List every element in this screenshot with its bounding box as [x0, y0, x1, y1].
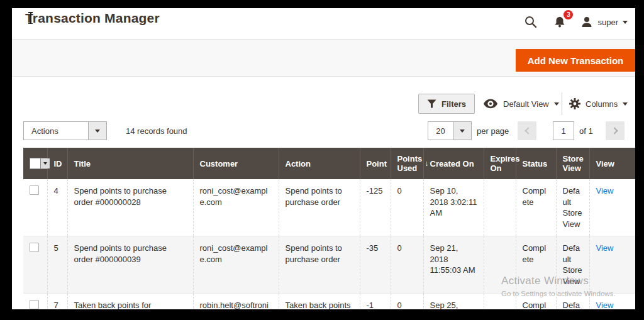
- table-row: 4 Spend points to purchase order #000000…: [23, 179, 635, 236]
- select-all-checkbox[interactable]: [30, 158, 50, 169]
- cell-created-on: Sep 21, 2018 11:55:03 AM: [423, 236, 484, 294]
- cell-view: View: [589, 236, 635, 294]
- cell-checkbox: [23, 294, 47, 309]
- records-found-text: 14 records found: [126, 121, 187, 140]
- chevron-down-icon: [88, 122, 106, 140]
- toolbar-divider: [562, 92, 562, 115]
- col-header-points-used[interactable]: Points Used↓: [391, 148, 423, 179]
- chevron-right-icon: [611, 127, 618, 134]
- username: super: [597, 18, 618, 27]
- cell-expires-on: [484, 294, 516, 309]
- page-number-input[interactable]: [553, 121, 574, 140]
- cell-action: Spend points to purchase order: [279, 236, 360, 294]
- col-header-title[interactable]: Title: [67, 148, 193, 179]
- cell-title: Spend points to purchase order #00000002…: [67, 179, 193, 236]
- cell-point: -35: [360, 236, 391, 294]
- row-checkbox[interactable]: [30, 300, 39, 309]
- view-link[interactable]: View: [596, 301, 614, 309]
- cell-expires-on: [484, 179, 516, 236]
- transactions-table: ID Title Customer Action Point Points Us…: [23, 148, 635, 309]
- cell-id: 7: [47, 294, 67, 309]
- cell-status: Complete: [516, 294, 556, 309]
- actions-select[interactable]: Actions: [23, 121, 107, 140]
- cell-customer: roni_cost@example.com: [193, 236, 279, 294]
- col-header-action[interactable]: Action: [279, 148, 360, 179]
- col-header-status[interactable]: Status: [516, 148, 556, 179]
- next-page-button[interactable]: [606, 121, 625, 140]
- cell-id: 5: [47, 236, 67, 294]
- cell-view: View: [589, 179, 635, 236]
- col-header-id[interactable]: ID: [47, 148, 67, 179]
- col-header-store-view[interactable]: Store View: [556, 148, 589, 179]
- screen: Transaction Manager 3 super Add New Tran…: [0, 0, 644, 320]
- admin-page: Transaction Manager 3 super Add New Tran…: [12, 8, 635, 309]
- default-view-button[interactable]: Default View: [483, 94, 559, 114]
- view-link[interactable]: View: [596, 186, 614, 196]
- cell-checkbox: [23, 179, 47, 236]
- text-cursor: [28, 12, 33, 24]
- cell-store-view: Default Store View: [556, 236, 589, 294]
- previous-page-button[interactable]: [518, 121, 536, 140]
- table-row: 5 Spend points to purchase order #000000…: [23, 236, 635, 294]
- add-new-transaction-button[interactable]: Add New Transaction: [516, 49, 635, 72]
- cell-customer: robin.helt@softronic.se: [193, 294, 279, 309]
- table-row: 7 Taken back points for refunding order …: [23, 294, 635, 309]
- chevron-down-icon: [554, 102, 559, 106]
- chevron-down-icon: [623, 21, 628, 24]
- col-header-expires-on[interactable]: Expires On: [484, 148, 516, 179]
- cell-expires-on: [484, 236, 516, 294]
- col-header-point[interactable]: Point: [360, 148, 391, 179]
- sort-desc-icon: ↓: [425, 159, 428, 168]
- table-header-row: ID Title Customer Action Point Points Us…: [23, 148, 635, 179]
- transactions-grid: ID Title Customer Action Point Points Us…: [23, 148, 635, 309]
- per-page-select[interactable]: 20: [428, 121, 472, 140]
- cell-points-used: 0: [391, 179, 423, 236]
- notifications-bell-icon[interactable]: 3: [545, 12, 574, 32]
- row-checkbox[interactable]: [30, 243, 39, 252]
- cell-points-used: 0: [391, 236, 423, 294]
- eye-icon: [483, 99, 498, 109]
- cell-view: View: [589, 294, 635, 309]
- cell-title: Taken back points for refunding order #P…: [67, 294, 193, 309]
- cell-action: Spend points to purchase order: [279, 179, 360, 236]
- filter-funnel-icon: [427, 99, 436, 108]
- notification-badge: 3: [564, 10, 573, 19]
- col-header-customer[interactable]: Customer: [193, 148, 279, 179]
- per-page-label: per page: [477, 121, 509, 140]
- cell-point: -1: [360, 294, 391, 309]
- cell-created-on: Sep 10, 2018 3:02:11 AM: [423, 179, 484, 236]
- chevron-left-icon: [525, 127, 531, 134]
- select-all-header: [23, 148, 47, 179]
- cell-status: Complete: [516, 236, 556, 294]
- view-toolbar: Filters Default View: [12, 94, 635, 114]
- cell-checkbox: [23, 236, 47, 294]
- cell-title: Spend points to purchase order #00000003…: [67, 236, 193, 294]
- filters-button[interactable]: Filters: [418, 94, 475, 114]
- user-icon: [580, 16, 593, 28]
- cell-point: -125: [360, 179, 391, 236]
- columns-button[interactable]: Columns: [569, 94, 628, 114]
- view-link[interactable]: View: [596, 243, 614, 253]
- user-menu[interactable]: super: [574, 16, 628, 28]
- cell-store-view: Default Store View: [556, 179, 589, 236]
- page-actions-band: Add New Transaction: [12, 39, 635, 77]
- cell-status: Complete: [516, 179, 556, 236]
- cell-created-on: Sep 25, 2018 10:23:03 AM: [423, 294, 484, 309]
- cell-action: Taken back points for refunding order: [279, 294, 360, 309]
- chevron-down-icon: [453, 122, 471, 140]
- row-checkbox[interactable]: [30, 185, 39, 195]
- total-pages-text: of 1: [579, 121, 593, 140]
- cell-store-view: Default Store View: [556, 294, 589, 309]
- col-header-view[interactable]: View: [589, 148, 635, 179]
- cell-id: 4: [47, 179, 67, 236]
- chevron-down-icon: [623, 102, 628, 106]
- gear-icon: [569, 98, 580, 109]
- header-actions: 3 super: [516, 12, 628, 32]
- cell-customer: roni_cost@example.com: [193, 179, 279, 236]
- grid-controls: Actions 14 records found 20 per page of …: [12, 121, 635, 140]
- cell-points-used: 0: [391, 294, 423, 309]
- search-icon[interactable]: [516, 12, 545, 32]
- col-header-created-on[interactable]: Created On: [423, 148, 484, 179]
- page-title: Transaction Manager: [25, 11, 160, 26]
